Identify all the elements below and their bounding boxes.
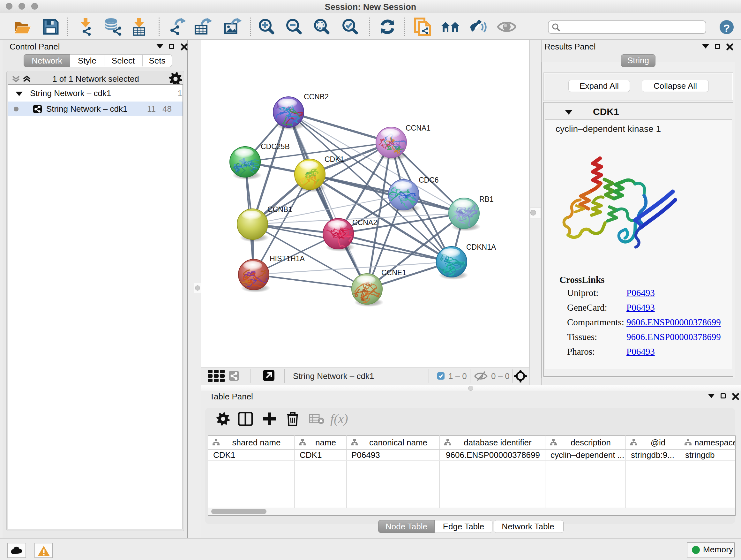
svg-text:CDK1: CDK1 bbox=[325, 155, 344, 164]
svg-text:CCNB2: CCNB2 bbox=[304, 92, 329, 101]
svg-text:RB1: RB1 bbox=[479, 195, 494, 203]
svg-text:CDC25B: CDC25B bbox=[261, 142, 290, 151]
svg-text:CCNB1: CCNB1 bbox=[267, 205, 292, 213]
svg-text:HIST1H1A: HIST1H1A bbox=[270, 254, 305, 263]
svg-text:CCNA1: CCNA1 bbox=[406, 124, 430, 132]
svg-text:CDC6: CDC6 bbox=[419, 176, 439, 184]
svg-text:CDKN1A: CDKN1A bbox=[466, 243, 496, 251]
svg-text:CCNA2: CCNA2 bbox=[352, 219, 377, 227]
svg-text:CCNE1: CCNE1 bbox=[381, 268, 406, 277]
